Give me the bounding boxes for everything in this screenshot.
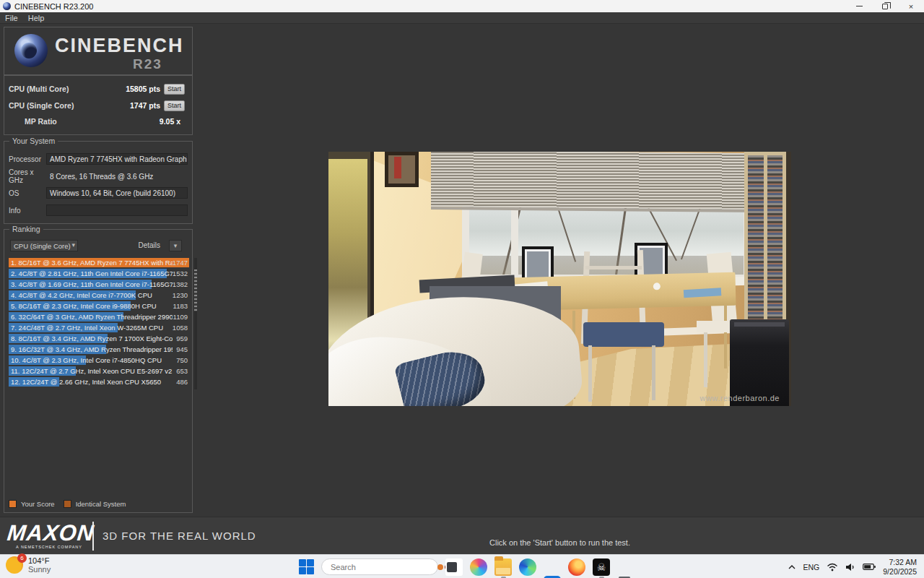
system-row-os: OS Windows 10, 64 Bit, Core (build 26100… <box>9 186 189 199</box>
rank-row[interactable]: 11. 12C/24T @ 2.7 GHz, Intel Xeon CPU E5… <box>9 366 189 376</box>
title-bar: CINEBENCH R23.200 × <box>0 0 924 12</box>
windows-taskbar: 6 104°F Sunny ☠ ENG <box>0 554 924 578</box>
processor-field[interactable]: AMD Ryzen 7 7745HX with Radeon Graphics <box>46 153 188 165</box>
rank-row[interactable]: 6. 32C/64T @ 3 GHz, AMD Ryzen Threadripp… <box>9 312 189 322</box>
rank-row[interactable]: 9. 16C/32T @ 3.4 GHz, AMD Ryzen Threadri… <box>9 345 189 354</box>
app-content: CINEBENCH R23 CPU (Multi Core) 15805 pts… <box>0 24 924 554</box>
ranking-list: 1. 8C/16T @ 3.6 GHz, AMD Ryzen 7 7745HX … <box>9 258 189 388</box>
menu-bar: File Help <box>0 12 924 24</box>
sun-icon: 6 <box>6 556 23 574</box>
divider <box>92 522 94 551</box>
language-indicator[interactable]: ENG <box>803 563 820 571</box>
search-input[interactable] <box>331 563 433 571</box>
ranking-scrollbar[interactable] <box>194 258 197 389</box>
file-explorer-icon[interactable] <box>494 558 512 576</box>
test-label: MP Ratio <box>9 117 57 126</box>
test-label: CPU (Single Core) <box>9 101 74 110</box>
test-row-multicore: CPU (Multi Core) 15805 pts Start <box>9 83 189 95</box>
scene-speaker <box>730 319 789 406</box>
panel-title: Ranking <box>9 225 43 233</box>
field-label: Info <box>9 207 46 215</box>
system-row-info: Info <box>9 204 189 217</box>
brand-bar: MAXON A NEMETSCHEK COMPANY 3D FOR THE RE… <box>0 517 924 554</box>
maximize-button[interactable] <box>872 0 898 12</box>
system-row-cores: Cores x GHz 8 Cores, 16 Threads @ 3.6 GH… <box>9 170 189 183</box>
close-button[interactable]: × <box>898 0 924 12</box>
rank-row[interactable]: 5. 8C/16T @ 2.3 GHz, Intel Core i9-9880H… <box>9 301 189 311</box>
ranking-panel: Ranking CPU (Single Core) ▾ Details ▾ 1.… <box>4 229 193 513</box>
render-preview-image: www.renderbaron.de <box>328 152 791 406</box>
notification-badge: 6 <box>17 553 27 563</box>
legend-swatch-identical-system <box>64 500 71 508</box>
system-row-processor: Processor AMD Ryzen 7 7745HX with Radeon… <box>9 152 189 165</box>
ranking-legend: Your Score Identical System <box>9 500 126 508</box>
rank-row[interactable]: 1. 8C/16T @ 3.6 GHz, AMD Ryzen 7 7745HX … <box>9 258 189 267</box>
rank-row[interactable]: 7. 24C/48T @ 2.7 GHz, Intel Xeon W-3265M… <box>9 323 189 332</box>
legend-label: Identical System <box>76 500 126 508</box>
legend-label: Your Score <box>21 500 55 508</box>
start-multicore-button[interactable]: Start <box>164 84 185 95</box>
scene-small-frame <box>385 152 419 187</box>
brand-name: CINEBENCH <box>55 35 184 57</box>
window-title: CINEBENCH R23.200 <box>14 2 846 11</box>
rank-row[interactable]: 4. 4C/8T @ 4.2 GHz, Intel Core i7-7700K … <box>9 290 189 300</box>
taskbar-search[interactable] <box>321 558 438 575</box>
test-row-singlecore: CPU (Single Core) 1747 pts Start <box>9 100 189 111</box>
rank-row[interactable]: 8. 8C/16T @ 3.4 GHz, AMD Ryzen 7 1700X E… <box>9 334 189 343</box>
scene-venetian-blind <box>431 152 764 212</box>
maxon-subtitle: A NEMETSCHEK COMPANY <box>13 545 85 549</box>
wifi-icon[interactable] <box>827 563 838 571</box>
your-system-panel: Your System Processor AMD Ryzen 7 7745HX… <box>4 141 193 224</box>
field-label: OS <box>9 189 46 197</box>
start-singlecore-button[interactable]: Start <box>164 100 185 111</box>
task-view-icon[interactable] <box>445 558 463 576</box>
menu-help[interactable]: Help <box>28 14 45 22</box>
maxon-tagline: 3D FOR THE REAL WORLD <box>103 530 256 542</box>
status-message: Click on the 'Start' button to run the t… <box>328 538 791 547</box>
tray-date: 9/20/2025 <box>883 567 917 577</box>
maxon-logo: MAXON <box>6 522 86 544</box>
menu-file[interactable]: File <box>5 14 18 22</box>
tray-time: 7:32 AM <box>883 558 917 567</box>
logo-panel: CINEBENCH R23 <box>4 27 193 75</box>
render-watermark: www.renderbaron.de <box>699 394 780 402</box>
rank-row[interactable]: 2. 4C/8T @ 2.81 GHz, 11th Gen Intel Core… <box>9 269 189 278</box>
test-score: 1747 pts <box>130 101 160 110</box>
minimize-button[interactable] <box>846 0 872 12</box>
weather-widget[interactable]: 6 104°F Sunny <box>6 556 51 574</box>
test-score: 9.05 x <box>160 117 180 126</box>
system-tray: ENG 7:32 AM 9/20/2025 <box>788 555 924 578</box>
copilot-icon[interactable] <box>470 558 487 576</box>
cinebench-sphere-logo <box>14 34 48 67</box>
test-label: CPU (Multi Core) <box>9 85 69 93</box>
start-button[interactable] <box>299 559 314 574</box>
legend-swatch-your-score <box>9 500 17 508</box>
rank-row[interactable]: 12. 12C/24T @ 2.66 GHz, Intel Xeon CPU X… <box>9 377 189 387</box>
cores-value: 8 Cores, 16 Threads @ 3.6 GHz <box>46 173 153 181</box>
field-label: Cores x GHz <box>9 168 46 184</box>
cinebench-app-icon <box>3 2 11 10</box>
edge-icon[interactable] <box>519 558 536 576</box>
speaker-icon[interactable] <box>845 563 855 571</box>
scrollbar-thumb[interactable] <box>194 269 197 311</box>
battery-icon[interactable] <box>863 563 876 571</box>
tray-chevron-up-icon[interactable] <box>788 564 796 570</box>
taskbar-clock[interactable]: 7:32 AM 9/20/2025 <box>883 558 917 577</box>
field-label: Processor <box>9 155 46 163</box>
test-row-mpratio: MP Ratio 9.05 x <box>9 116 189 127</box>
dark-app-icon[interactable]: ☠ <box>593 558 610 576</box>
firefox-icon[interactable] <box>568 558 585 576</box>
details-dropdown[interactable]: ▾ <box>169 240 182 251</box>
os-field[interactable]: Windows 10, 64 Bit, Core (build 26100) <box>46 187 188 199</box>
ranking-category-dropdown[interactable]: CPU (Single Core) ▾ <box>10 240 78 251</box>
rank-row[interactable]: 10. 4C/8T @ 2.3 GHz, Intel Core i7-4850H… <box>9 355 189 365</box>
test-score: 15805 pts <box>126 85 160 93</box>
weather-temp: 104°F <box>28 556 51 565</box>
panel-title: Your System <box>9 137 58 145</box>
details-label: Details <box>138 241 160 249</box>
info-field[interactable] <box>46 204 188 216</box>
brand-version: R23 <box>133 56 162 72</box>
dropdown-value: CPU (Single Core) <box>14 242 71 250</box>
chevron-down-icon: ▾ <box>71 241 75 249</box>
rank-row[interactable]: 3. 4C/8T @ 1.69 GHz, 11th Gen Intel Core… <box>9 280 189 289</box>
